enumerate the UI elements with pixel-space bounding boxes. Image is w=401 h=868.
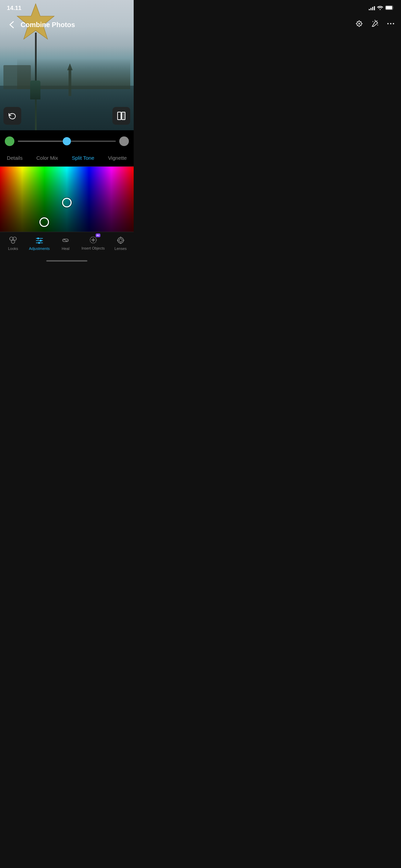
lenses-icon — [116, 236, 125, 245]
adjustments-icon — [35, 236, 44, 245]
nav-lenses-label: Lenses — [114, 246, 126, 251]
tone-slider[interactable] — [0, 130, 134, 151]
nav-insert-objects[interactable]: AI Insert Objects — [82, 236, 105, 251]
nav-insert-objects-label: Insert Objects — [82, 246, 105, 251]
color-picker[interactable] — [0, 167, 134, 232]
home-indicator — [0, 257, 134, 263]
compare-button[interactable] — [112, 107, 130, 125]
tab-vignette[interactable]: Vignette — [105, 153, 130, 163]
header-left: Combine Photos — [5, 19, 75, 31]
ai-badge: AI — [96, 233, 100, 237]
nav-adjustments-label: Adjustments — [29, 246, 50, 251]
adjustment-tabs: Details Color Mix Split Tone Vignette — [0, 151, 134, 167]
color-cursor-highlight[interactable] — [62, 198, 72, 207]
svg-rect-32 — [123, 240, 124, 241]
home-bar — [46, 260, 87, 262]
back-button[interactable] — [5, 19, 18, 31]
slider-thumb[interactable] — [63, 137, 71, 145]
nav-adjustments[interactable]: Adjustments — [29, 236, 50, 251]
svg-rect-31 — [117, 240, 118, 241]
undo-button[interactable] — [3, 107, 21, 125]
svg-rect-30 — [120, 243, 121, 244]
slider-start-dot — [5, 136, 14, 146]
bottom-nav: Looks Adjustments Heal — [0, 232, 134, 257]
slider-fill — [18, 141, 67, 142]
nav-looks[interactable]: Looks — [3, 236, 23, 251]
svg-point-26 — [93, 240, 94, 241]
svg-point-23 — [38, 242, 40, 244]
nav-looks-label: Looks — [8, 246, 18, 251]
svg-point-27 — [118, 237, 123, 243]
nav-heal[interactable]: Heal — [55, 236, 76, 251]
svg-rect-29 — [120, 237, 121, 238]
looks-icon — [9, 236, 17, 245]
nav-lenses[interactable]: Lenses — [110, 236, 131, 251]
tab-details[interactable]: Details — [3, 153, 26, 163]
svg-point-28 — [119, 239, 122, 242]
slider-track[interactable] — [18, 141, 116, 142]
svg-point-21 — [40, 240, 42, 242]
header: Combine Photos — [0, 0, 134, 34]
tab-color-mix[interactable]: Color Mix — [33, 153, 61, 163]
svg-rect-13 — [122, 112, 125, 120]
color-cursor-shadow[interactable] — [39, 217, 49, 227]
slider-end-dot — [119, 136, 129, 146]
page-title: Combine Photos — [21, 21, 75, 29]
heal-icon — [61, 236, 70, 245]
tab-split-tone[interactable]: Split Tone — [68, 153, 98, 163]
svg-rect-12 — [118, 112, 121, 120]
nav-heal-label: Heal — [62, 246, 70, 251]
svg-point-19 — [37, 237, 39, 239]
